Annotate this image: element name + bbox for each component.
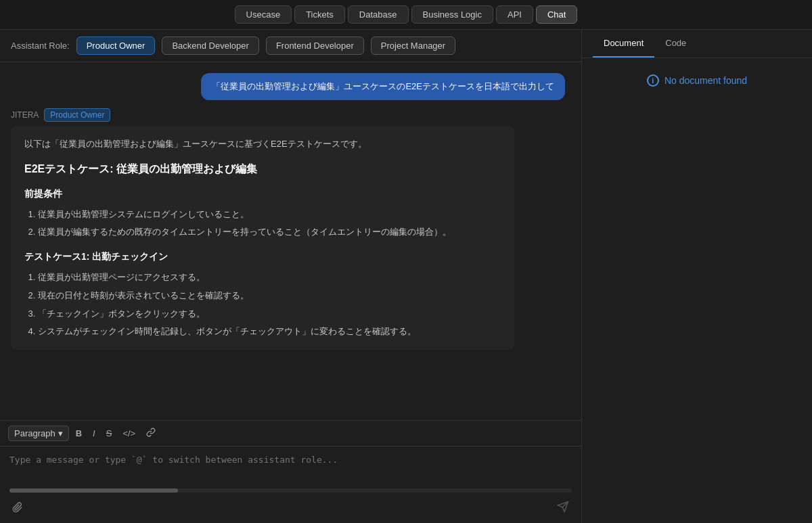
list-item: 現在の日付と時刻が表示されていることを確認する。 xyxy=(38,289,501,303)
section1-heading: 前提条件 xyxy=(24,186,501,202)
italic-button[interactable]: I xyxy=(89,426,99,441)
list-item: 従業員が出勤管理システムにログインしていること。 xyxy=(38,208,501,222)
role-badge: Product Owner xyxy=(44,108,110,122)
role-project-manager[interactable]: Project Manager xyxy=(371,37,455,55)
input-row xyxy=(0,447,581,488)
paragraph-select[interactable]: Paragraph ▾ xyxy=(8,426,69,441)
response-title: E2Eテストケース: 従業員の出勤管理および編集 xyxy=(24,160,501,178)
nav-api[interactable]: API xyxy=(496,5,533,24)
list-item: 「チェックイン」ボタンをクリックする。 xyxy=(38,307,501,321)
code-button[interactable]: </> xyxy=(118,426,139,441)
assistant-role-bar: Assistant Role: Product Owner Backend De… xyxy=(0,30,581,62)
role-product-owner[interactable]: Product Owner xyxy=(76,37,156,55)
formatting-toolbar: Paragraph ▾ B I S </> xyxy=(0,421,581,447)
link-button[interactable] xyxy=(142,425,160,442)
section1-list: 従業員が出勤管理システムにログインしていること。 従業員が編集するための既存のタ… xyxy=(24,208,501,240)
nav-usecase[interactable]: Usecase xyxy=(235,5,292,24)
chat-messages: 「従業員の出勤管理および編集」ユースケースのE2Eテストケースを日本語で出力して… xyxy=(0,62,581,420)
scrollbar-thumb xyxy=(9,488,178,493)
top-nav: Usecase Tickets Database Business Logic … xyxy=(0,0,812,30)
main-container: Assistant Role: Product Owner Backend De… xyxy=(0,30,812,523)
user-bubble: 「従業員の出勤管理および編集」ユースケースのE2Eテストケースを日本語で出力して xyxy=(201,73,565,100)
user-message: 「従業員の出勤管理および編集」ユースケースのE2Eテストケースを日本語で出力して xyxy=(11,73,570,100)
bold-button[interactable]: B xyxy=(72,426,86,441)
strikethrough-button[interactable]: S xyxy=(102,426,116,441)
nav-tickets[interactable]: Tickets xyxy=(294,5,345,24)
nav-chat[interactable]: Chat xyxy=(536,5,577,24)
mini-scrollbar xyxy=(9,488,572,493)
assistant-content: 以下は「従業員の出勤管理および編集」ユースケースに基づくE2Eテストケースです。… xyxy=(11,126,514,350)
attach-button[interactable] xyxy=(9,499,26,518)
intro-text: 以下は「従業員の出勤管理および編集」ユースケースに基づくE2Eテストケースです。 xyxy=(24,137,501,152)
no-document-text: No document found xyxy=(664,75,747,86)
list-item: 従業員が編集するための既存のタイムエントリーを持っていること（タイムエントリーの… xyxy=(38,225,501,240)
scrollbar-row xyxy=(0,488,581,493)
right-panel-tabs: Document Code xyxy=(582,30,812,58)
chat-panel: Assistant Role: Product Owner Backend De… xyxy=(0,30,582,523)
role-backend-developer[interactable]: Backend Developer xyxy=(162,37,258,55)
tab-code[interactable]: Code xyxy=(654,30,697,58)
send-button[interactable] xyxy=(554,498,572,519)
tab-document[interactable]: Document xyxy=(593,30,654,58)
chat-input-area: Paragraph ▾ B I S </> xyxy=(0,420,581,523)
right-panel: Document Code i No document found xyxy=(582,30,812,523)
chevron-down-icon: ▾ xyxy=(58,428,63,438)
right-panel-content: i No document found xyxy=(582,58,812,523)
assistant-header: JITERA Product Owner xyxy=(11,108,570,122)
nav-database[interactable]: Database xyxy=(348,5,409,24)
role-frontend-developer[interactable]: Frontend Developer xyxy=(266,37,364,55)
message-input[interactable] xyxy=(9,453,572,480)
list-item: システムがチェックイン時間を記録し、ボタンが「チェックアウト」に変わることを確認… xyxy=(38,325,501,339)
nav-business-logic[interactable]: Business Logic xyxy=(411,5,493,24)
section2-heading: テストケース1: 出勤チェックイン xyxy=(24,249,501,265)
info-icon: i xyxy=(647,74,659,87)
jitera-label: JITERA xyxy=(11,110,39,120)
paragraph-label: Paragraph xyxy=(14,428,55,438)
assistant-role-label: Assistant Role: xyxy=(11,41,70,51)
section2-list: 従業員が出勤管理ページにアクセスする。 現在の日付と時刻が表示されていることを確… xyxy=(24,271,501,339)
assistant-message: JITERA Product Owner 以下は「従業員の出勤管理および編集」ユ… xyxy=(11,108,570,350)
list-item: 従業員が出勤管理ページにアクセスする。 xyxy=(38,271,501,285)
no-document-box: i No document found xyxy=(647,74,747,87)
bottom-toolbar xyxy=(0,494,581,523)
